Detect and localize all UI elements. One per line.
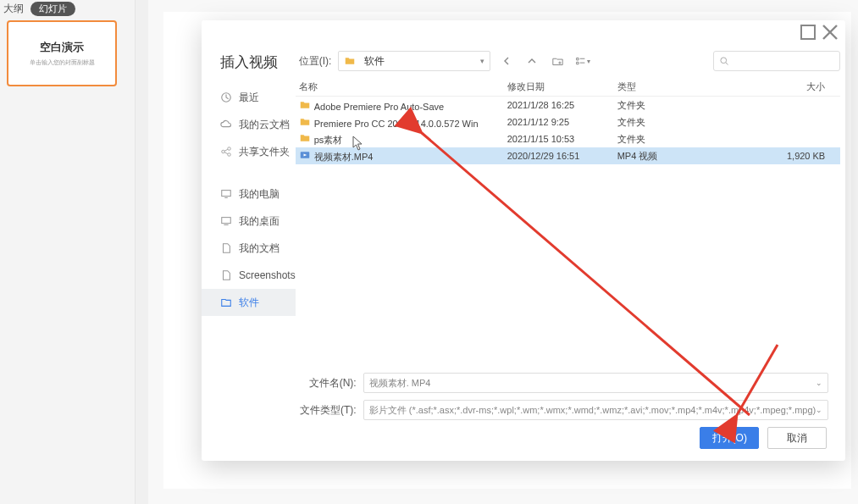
sidebar-item-documents[interactable]: 我的文档 <box>202 235 296 262</box>
sidebar-item-software[interactable]: 软件 <box>202 289 296 316</box>
file-type: 文件夹 <box>617 133 702 146</box>
file-type: MP4 视频 <box>617 150 702 163</box>
file-area: 位置(I): 软件 ▾ ▾ 名称 <box>296 44 853 461</box>
svg-rect-7 <box>222 191 231 197</box>
file-name: Adobe Premiere Pro Auto-Save <box>314 102 444 112</box>
cancel-button[interactable]: 取消 <box>767 427 827 449</box>
slide-panel: 大纲 幻灯片 空白演示 单击输入您的封面副标题 <box>0 0 136 504</box>
sidebar-item-cloud[interactable]: 我的云文档 <box>202 111 296 138</box>
filetype-input[interactable]: 影片文件 (*.asf;*.asx;*.dvr-ms;*.wpl;*.wm;*.… <box>363 400 829 420</box>
view-options-button[interactable]: ▾ <box>573 52 592 70</box>
file-size: 1,920 KB <box>702 151 841 161</box>
svg-point-5 <box>228 147 231 151</box>
filename-label: 文件名(N): <box>296 376 363 390</box>
col-name[interactable]: 名称 <box>296 80 507 93</box>
list-header[interactable]: 名称 修改日期 类型 大小 <box>296 78 841 97</box>
file-row[interactable]: Premiere Pro CC 2020 v14.0.0.572 Win2021… <box>296 114 841 130</box>
tab-outline[interactable]: 大纲 <box>3 2 24 16</box>
nav-up-button[interactable] <box>523 52 541 70</box>
share-icon <box>220 146 232 158</box>
open-button[interactable]: 打开(O) <box>700 427 759 449</box>
path-label: 位置(I): <box>299 54 332 69</box>
nav-back-button[interactable] <box>497 52 516 70</box>
file-name: Premiere Pro CC 2020 v14.0.0.572 Win <box>314 119 479 129</box>
svg-point-6 <box>228 153 231 157</box>
doc-icon <box>220 242 232 254</box>
sidebar-item-label: 最近 <box>239 91 259 105</box>
col-date[interactable]: 修改日期 <box>507 80 617 93</box>
file-type: 文件夹 <box>617 116 702 129</box>
file-list: 名称 修改日期 类型 大小 Adobe Premiere Pro Auto-Sa… <box>296 78 841 368</box>
search-icon <box>719 56 729 66</box>
tab-slides[interactable]: 幻灯片 <box>30 2 75 16</box>
slide-thumbnail[interactable]: 空白演示 单击输入您的封面副标题 <box>7 20 117 86</box>
folder-icon <box>220 296 232 308</box>
file-date: 2021/1/12 9:25 <box>507 117 617 127</box>
svg-line-10 <box>726 63 728 65</box>
thumb-title: 空白演示 <box>40 40 84 55</box>
dialog-sidebar: 插入视频 最近我的云文档共享文件夹我的电脑我的桌面我的文档Screenshots… <box>202 44 296 461</box>
chevron-down-icon: ▾ <box>480 57 484 65</box>
thumb-subtitle: 单击输入您的封面副标题 <box>30 58 95 67</box>
sidebar-item-label: 共享文件夹 <box>239 145 290 159</box>
sidebar-item-label: 软件 <box>239 296 259 310</box>
chevron-down-icon: ⌄ <box>816 379 822 387</box>
sidebar-item-label: 我的桌面 <box>239 214 280 229</box>
new-folder-button[interactable] <box>548 52 567 70</box>
sidebar-item-label: Screenshots <box>239 269 296 281</box>
insert-video-dialog: 插入视频 最近我的云文档共享文件夹我的电脑我的桌面我的文档Screenshots… <box>202 20 845 461</box>
path-dropdown[interactable]: 软件 ▾ <box>338 51 490 71</box>
file-date: 2020/12/29 16:51 <box>507 151 617 161</box>
filename-input[interactable]: 视频素材. MP4 ⌄ <box>363 373 829 393</box>
file-row[interactable]: ps素材2021/1/15 10:53文件夹 <box>296 130 841 147</box>
file-name: ps素材 <box>314 135 343 145</box>
dialog-title: 插入视频 <box>202 47 296 84</box>
file-row[interactable]: 视频素材.MP42020/12/29 16:51MP4 视频1,920 KB <box>296 147 841 164</box>
folder-icon <box>299 116 311 128</box>
search-input[interactable] <box>713 51 840 71</box>
video-icon <box>299 149 311 161</box>
sidebar-item-share[interactable]: 共享文件夹 <box>202 138 296 165</box>
maximize-button[interactable] <box>800 24 816 41</box>
filetype-label: 文件类型(T): <box>296 403 363 418</box>
file-type: 文件夹 <box>617 99 702 112</box>
sidebar-item-label: 我的文档 <box>239 241 280 256</box>
file-name: 视频素材.MP4 <box>314 152 374 162</box>
sidebar-item-desktop[interactable]: 我的桌面 <box>202 208 296 235</box>
sidebar-item-label: 我的电脑 <box>239 187 280 202</box>
svg-rect-8 <box>222 218 231 224</box>
file-date: 2021/1/15 10:53 <box>507 134 617 144</box>
col-size[interactable]: 大小 <box>702 80 841 93</box>
doc-icon <box>220 269 232 281</box>
sidebar-item-computer[interactable]: 我的电脑 <box>202 180 296 208</box>
file-date: 2021/1/28 16:25 <box>507 100 617 110</box>
file-row[interactable]: Adobe Premiere Pro Auto-Save2021/1/28 16… <box>296 97 841 114</box>
cloud-icon <box>220 119 232 130</box>
monitor-icon <box>220 188 232 200</box>
chevron-down-icon: ⌄ <box>816 406 822 414</box>
folder-icon <box>299 99 311 111</box>
filename-value: 视频素材. MP4 <box>369 377 431 390</box>
close-button[interactable] <box>822 24 839 41</box>
folder-icon <box>299 132 311 144</box>
desktop-icon <box>220 215 232 227</box>
sidebar-item-label: 我的云文档 <box>239 118 290 132</box>
folder-icon <box>344 55 356 67</box>
col-type[interactable]: 类型 <box>617 80 702 93</box>
sidebar-item-screenshots[interactable]: Screenshots <box>202 262 296 289</box>
svg-rect-0 <box>801 25 815 39</box>
svg-point-9 <box>721 58 727 64</box>
path-value: 软件 <box>364 54 385 69</box>
svg-point-4 <box>222 150 225 153</box>
sidebar-item-recent[interactable]: 最近 <box>202 84 296 111</box>
filetype-value: 影片文件 (*.asf;*.asx;*.dvr-ms;*.wpl;*.wm;*.… <box>369 404 816 417</box>
clock-icon <box>220 91 232 103</box>
